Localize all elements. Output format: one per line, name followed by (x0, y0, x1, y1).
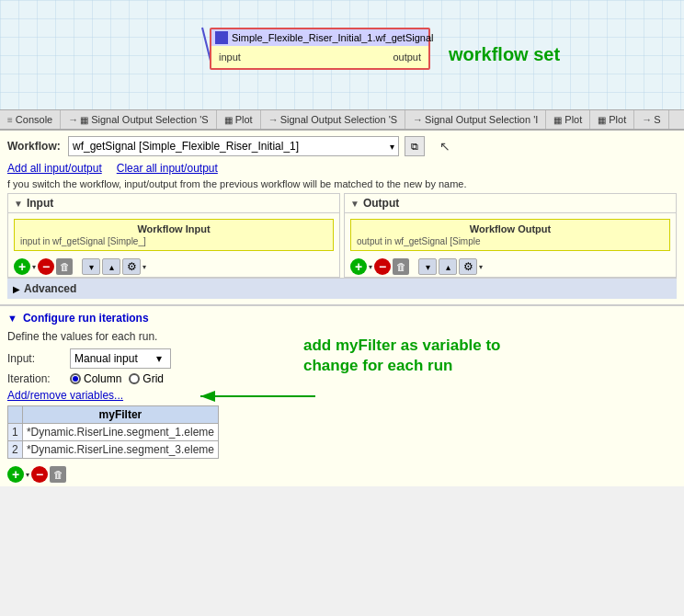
output-add-dropdown[interactable]: ▾ (369, 263, 372, 271)
clear-input-output-link[interactable]: Clear all input/output (117, 162, 218, 175)
input-gear-dropdown[interactable]: ▾ (142, 263, 146, 271)
bottom-toolbar: + ▾ − 🗑 (0, 462, 684, 486)
input-up-button[interactable]: ▴ (102, 258, 120, 275)
row-num-cell: 1 (8, 424, 23, 441)
tab-signal3[interactable]: → Signal Output Selection 'I (405, 110, 546, 129)
plot-icon-4: ▦ (598, 115, 606, 125)
workflow-dropdown[interactable]: wf_getSignal [Simple_Flexible_Riser_Init… (68, 136, 399, 156)
row-num-cell: 2 (8, 441, 23, 459)
bottom-remove-button[interactable]: − (31, 466, 48, 483)
add-input-output-link[interactable]: Add all input/output (7, 162, 102, 175)
input-panel-toolbar: + ▾ − 🗑 ▾ ▴ ⚙ ▾ (8, 257, 339, 277)
output-node-sub: output in wf_getSignal [Simple (357, 236, 664, 246)
output-down-button[interactable]: ▾ (418, 258, 437, 275)
advanced-row[interactable]: ▶ Advanced (7, 278, 677, 299)
tab-signal3-label: Signal Output Selection 'I (425, 114, 538, 125)
annotation-text: add myFilter as variable to change for e… (303, 336, 500, 376)
workflow-node-title: Simple_Flexible_Riser_Initial_1.wf_getSi… (211, 29, 428, 46)
annotation-line2: change for each run (303, 357, 452, 374)
row-value-cell: *Dynamic.RiserLine.segment_3.eleme (22, 441, 218, 459)
console-icon: ≡ (7, 115, 13, 125)
tab-plot2[interactable]: ▦ Plot (546, 110, 590, 129)
tab-signal1[interactable]: → ▦ Signal Output Selection 'S (61, 110, 216, 129)
workflow-select-value: wf_getSignal [Simple_Flexible_Riser_Init… (73, 140, 299, 153)
workflow-row: Workflow: wf_getSignal [Simple_Flexible_… (7, 136, 677, 156)
output-gear-dropdown[interactable]: ▾ (479, 263, 483, 271)
tab-signal2-label: Signal Output Selection 'S (280, 114, 397, 125)
links-row: Add all input/output Clear all input/out… (7, 162, 677, 175)
info-text: f you switch the workflow, input/output … (7, 178, 677, 189)
input-form-label: Input: (7, 352, 63, 365)
arrow-icon-1: → (68, 114, 78, 125)
tab-arrow-s[interactable]: → S (634, 110, 668, 129)
input-panel-arrow: ▼ (14, 199, 23, 209)
bottom-add-button[interactable]: + (7, 466, 24, 483)
table-row: 2 *Dynamic.RiserLine.segment_3.eleme (8, 441, 219, 459)
radio-column-circle (70, 373, 81, 384)
output-up-button[interactable]: ▴ (439, 258, 457, 275)
input-panel-node[interactable]: Workflow Input input in wf_getSignal [Si… (14, 219, 334, 251)
input-type-dropdown[interactable]: Manual input ▾ (70, 348, 171, 369)
configure-arrow-icon: ▼ (7, 313, 17, 324)
add-remove-row: Add/remove variables... (7, 389, 677, 402)
tab-plot1[interactable]: ▦ Plot (217, 110, 261, 129)
output-panel-node[interactable]: Workflow Output output in wf_getSignal [… (350, 219, 670, 251)
annotation-line1: add myFilter as variable to (303, 337, 500, 354)
radio-grid-circle (129, 373, 140, 384)
output-panel-header: ▼ Output (345, 194, 676, 213)
output-delete-button[interactable]: 🗑 (393, 258, 409, 275)
radio-column[interactable]: Column (70, 372, 121, 385)
tab-arrows-label: S (654, 114, 660, 125)
configure-section-header: ▼ Configure run iterations (0, 305, 684, 326)
output-node-title: Workflow Output (357, 223, 664, 234)
advanced-arrow-icon: ▶ (13, 284, 20, 294)
variable-table: myFilter 1 *Dynamic.RiserLine.segment_1.… (7, 405, 219, 459)
plot-icon-3: ▦ (553, 115, 562, 125)
input-down-button[interactable]: ▾ (82, 258, 100, 275)
tab-plot3[interactable]: ▦ Plot (590, 110, 634, 129)
input-type-value: Manual input (74, 352, 138, 365)
node-output-label: output (393, 51, 421, 63)
output-gear-button[interactable]: ⚙ (459, 258, 477, 275)
input-node-sub: input in wf_getSignal [Simple_] (20, 236, 327, 246)
input-add-dropdown[interactable]: ▾ (32, 263, 36, 271)
input-remove-button[interactable]: − (38, 258, 54, 275)
input-type-arrow: ▾ (156, 352, 162, 365)
tab-signal2[interactable]: → Signal Output Selection 'S (261, 110, 405, 129)
table-myfilter-header: myFilter (22, 406, 218, 424)
radio-group: Column Grid (70, 372, 164, 385)
bottom-add-dropdown[interactable]: ▾ (26, 471, 29, 479)
node-title-text: Simple_Flexible_Riser_Initial_1.wf_getSi… (232, 32, 434, 43)
input-add-button[interactable]: + (14, 258, 30, 275)
radio-column-label: Column (84, 372, 121, 385)
input-gear-button[interactable]: ⚙ (122, 258, 141, 275)
plot-icon-2: ▦ (224, 115, 233, 125)
arrow-icon-3: → (413, 114, 423, 125)
workflow-field-label: Workflow: (7, 140, 63, 153)
arrow-icon-2: → (268, 114, 279, 125)
input-delete-button[interactable]: 🗑 (56, 258, 73, 275)
tab-bar: ≡ Console → ▦ Signal Output Selection 'S… (0, 110, 684, 131)
output-remove-button[interactable]: − (374, 258, 391, 275)
radio-grid[interactable]: Grid (129, 372, 164, 385)
cursor-pointer: ↖ (439, 139, 450, 154)
workflow-node[interactable]: Simple_Flexible_Riser_Initial_1.wf_getSi… (210, 28, 430, 70)
dropdown-arrow-icon: ▾ (390, 142, 394, 152)
io-panels: ▼ Input Workflow Input input in wf_getSi… (7, 193, 677, 278)
node-ports: input output (211, 46, 428, 68)
copy-icon: ⧉ (411, 141, 418, 153)
output-add-button[interactable]: + (350, 258, 367, 275)
workflow-copy-button[interactable]: ⧉ (405, 136, 425, 156)
plot-icon-1: ▦ (80, 115, 88, 125)
add-remove-variables-link[interactable]: Add/remove variables... (7, 389, 123, 402)
output-panel-arrow: ▼ (350, 199, 359, 209)
bottom-delete-button[interactable]: 🗑 (50, 466, 66, 483)
node-icon (215, 31, 228, 44)
node-input-label: input (219, 51, 241, 63)
tab-console[interactable]: ≡ Console (0, 110, 61, 129)
tab-console-label: Console (16, 114, 52, 125)
tab-plot1-label: Plot (235, 114, 253, 125)
tab-plot3-label: Plot (609, 114, 626, 125)
iteration-label: Iteration: (7, 372, 63, 385)
radio-grid-label: Grid (142, 372, 164, 385)
